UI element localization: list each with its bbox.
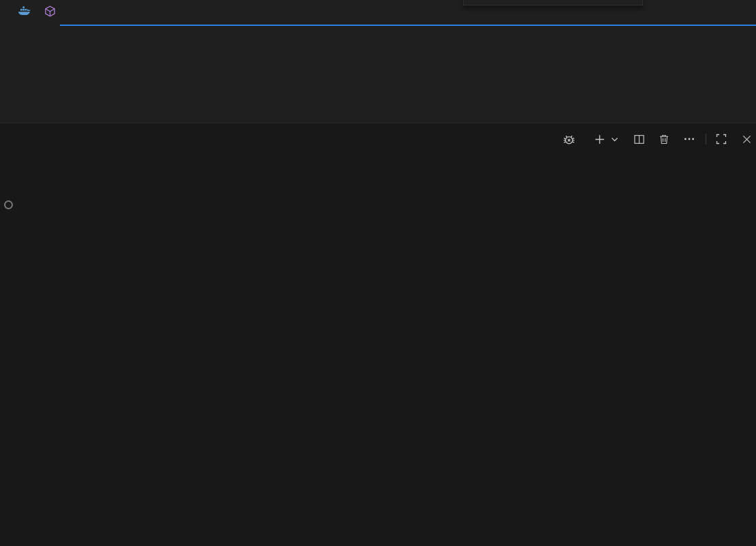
panel-actions xyxy=(563,133,756,146)
breadcrumb-symbol[interactable] xyxy=(44,5,60,19)
symbol-cube-icon xyxy=(44,5,56,19)
panel-header xyxy=(0,123,756,155)
debug-bug-icon xyxy=(563,133,576,146)
breadcrumb xyxy=(18,4,60,20)
editor-top-decoration-line xyxy=(60,25,756,26)
terminal-output[interactable] xyxy=(0,171,756,546)
close-panel-icon[interactable] xyxy=(742,134,752,145)
vscode-window xyxy=(0,0,756,546)
docker-whale-icon xyxy=(18,6,31,18)
panel-tabs xyxy=(0,123,19,155)
quick-input-dialog-edge xyxy=(463,0,643,5)
actions-divider xyxy=(706,134,706,145)
breadcrumb-file[interactable] xyxy=(18,6,35,18)
maximize-panel-icon[interactable] xyxy=(716,134,727,145)
new-terminal-icon[interactable] xyxy=(594,134,605,145)
command-decoration-circle[interactable] xyxy=(4,200,13,209)
more-actions-icon[interactable] xyxy=(683,133,695,145)
editor-area xyxy=(0,0,756,123)
bottom-panel xyxy=(0,123,756,546)
split-terminal-icon[interactable] xyxy=(633,134,645,145)
kill-terminal-icon[interactable] xyxy=(659,134,670,145)
chevron-down-icon[interactable] xyxy=(610,135,619,144)
